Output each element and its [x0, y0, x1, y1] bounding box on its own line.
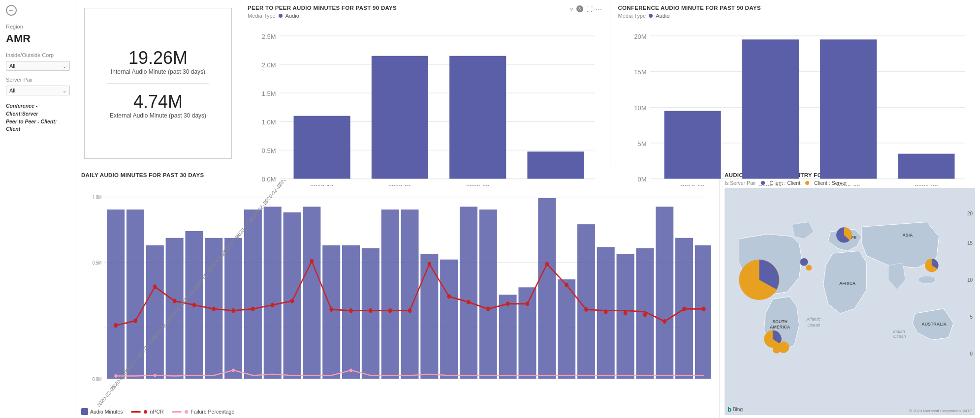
- filter2-arrow: ⌄: [63, 88, 66, 93]
- svg-text:2020-02-18: 2020-02-18: [276, 180, 297, 189]
- conf-legend-label: Media Type: [618, 13, 646, 19]
- peer-chart-actions: ▿ 3 ⛶ ⋯: [570, 5, 602, 13]
- svg-text:Ocean: Ocean: [807, 323, 820, 328]
- svg-text:2020-03: 2020-03: [915, 183, 938, 186]
- svg-text:0.5M: 0.5M: [262, 147, 276, 154]
- svg-rect-56: [499, 295, 517, 379]
- svg-text:1.5M: 1.5M: [262, 90, 276, 97]
- svg-rect-54: [460, 207, 477, 379]
- map-panel: AUDIO MINUTES BY COUNTRY FOR PAST 90 DAY…: [719, 167, 980, 418]
- filter1-value: All: [9, 63, 15, 69]
- fail-dot: [114, 374, 117, 378]
- conf-bar-2019-12: [664, 111, 721, 179]
- npcr-dot: [369, 308, 373, 313]
- map-copyright: © 2020 Microsoft Corporation JMTP: [909, 409, 972, 413]
- conference-chart-title: CONFERENCE AUDIO MINUTE FOR PAST 90 DAYS: [618, 5, 973, 11]
- conference-chart-legend: Media Type Audio: [618, 13, 973, 19]
- svg-text:5: 5: [970, 314, 973, 320]
- back-icon: ←: [6, 5, 17, 16]
- daily-chart-area: 1.0M 0.5M 0.0M: [81, 180, 711, 407]
- npcr-dot: [643, 312, 647, 317]
- daily-chart-legend: Audio Minutes nPCR Failure Percentage: [81, 408, 711, 415]
- internal-label: Internal Audio Minute (past 30 days): [111, 68, 205, 75]
- fail-dot: [349, 368, 352, 372]
- filter1-dropdown[interactable]: All ⌄: [6, 61, 70, 71]
- legend-npcr-dot: [144, 410, 147, 414]
- svg-text:SOUTH: SOUTH: [772, 319, 788, 324]
- legend-npcr: nPCR: [131, 409, 164, 415]
- npcr-dot: [173, 299, 177, 303]
- bing-label: Bing: [733, 407, 743, 412]
- back-button[interactable]: ←: [6, 5, 70, 16]
- svg-rect-50: [381, 209, 399, 379]
- note-conference: Conference - Client:Server: [6, 103, 38, 117]
- fail-dot: [232, 368, 235, 372]
- svg-text:20: 20: [967, 211, 973, 216]
- bottom-row: DAILY AUDIO MINUTES FOR PAST 30 DAYS 1.0…: [76, 167, 980, 418]
- filter2-value: All: [9, 88, 15, 93]
- more-icon[interactable]: ⋯: [596, 5, 602, 13]
- content-area: 19.26M Internal Audio Minute (past 30 da…: [76, 0, 980, 418]
- svg-rect-52: [420, 254, 438, 379]
- legend-audio: Audio Minutes: [81, 408, 123, 415]
- svg-rect-49: [362, 248, 379, 379]
- bubble-small2: [806, 265, 812, 271]
- expand-icon[interactable]: ⛶: [586, 5, 593, 13]
- npcr-dot: [388, 308, 392, 313]
- npcr-dot: [271, 302, 275, 307]
- external-label: External Audio Minute (past 30 days): [110, 112, 206, 119]
- legend-audio-box: [81, 408, 88, 415]
- map-svg: Atlantic Ocean Indian Ocean NORTH AMERIC…: [725, 188, 975, 415]
- npcr-dot: [329, 307, 333, 312]
- peer-chart-title: PEER TO PEER AUDIO MINUTES FOR PAST 90 D…: [248, 5, 397, 11]
- svg-rect-43: [244, 209, 262, 379]
- svg-text:10: 10: [967, 277, 973, 283]
- svg-text:2.0M: 2.0M: [262, 61, 276, 69]
- svg-rect-53: [440, 260, 458, 379]
- svg-text:Atlantic: Atlantic: [806, 317, 821, 322]
- fail-dot: [154, 374, 157, 377]
- bar-2019-12: [294, 116, 350, 179]
- svg-text:0.0M: 0.0M: [93, 376, 102, 382]
- npcr-dot: [114, 323, 118, 328]
- svg-rect-45: [284, 212, 301, 379]
- peer-legend-dot: [279, 14, 283, 18]
- svg-rect-51: [401, 209, 418, 379]
- map-container: Atlantic Ocean Indian Ocean NORTH AMERIC…: [725, 188, 975, 415]
- svg-text:0: 0: [970, 351, 973, 357]
- filter-icon[interactable]: ▿: [570, 5, 573, 13]
- svg-rect-44: [264, 207, 282, 379]
- conf-bar-2020-02: [820, 39, 877, 179]
- internal-metric: 19.26M Internal Audio Minute (past 30 da…: [111, 48, 205, 75]
- svg-text:Ocean: Ocean: [893, 334, 906, 339]
- svg-text:15M: 15M: [634, 68, 646, 76]
- metric-card: 19.26M Internal Audio Minute (past 30 da…: [84, 8, 232, 159]
- svg-text:0.5M: 0.5M: [93, 260, 102, 266]
- legend-fail-dot: [185, 410, 188, 414]
- npcr-dot: [467, 300, 471, 304]
- main-layout: ← Region AMR Inside/Outside Corp All ⌄ S…: [0, 0, 980, 418]
- svg-rect-46: [303, 207, 320, 379]
- svg-text:1.0M: 1.0M: [262, 119, 276, 126]
- npcr-dot: [153, 285, 157, 289]
- sidebar-note: Conference - Client:Server Peer to Peer …: [6, 102, 70, 133]
- bubble-small1: [800, 258, 808, 266]
- filter-count: 3: [576, 5, 583, 12]
- conf-legend-dot: [649, 14, 653, 18]
- svg-rect-57: [518, 287, 536, 379]
- npcr-dot: [212, 307, 216, 311]
- svg-rect-64: [656, 207, 673, 379]
- conference-chart-area: 20M 15M 10M 5M 0M 2019-12 2020-01: [618, 22, 973, 186]
- bar-2020-01: [372, 56, 428, 179]
- filter1-label: Inside/Outside Corp: [6, 52, 70, 58]
- conf-legend-text: Audio: [656, 13, 669, 19]
- bing-logo: b Bing: [727, 406, 743, 413]
- filter2-dropdown[interactable]: All ⌄: [6, 86, 70, 95]
- bar-2020-03: [527, 151, 584, 179]
- svg-text:20M: 20M: [634, 33, 646, 40]
- svg-text:2.5M: 2.5M: [262, 33, 276, 40]
- legend-fail-line: [172, 411, 182, 413]
- svg-text:AUSTRALIA: AUSTRALIA: [921, 322, 947, 327]
- npcr-dot: [428, 262, 432, 266]
- svg-text:15: 15: [967, 240, 973, 246]
